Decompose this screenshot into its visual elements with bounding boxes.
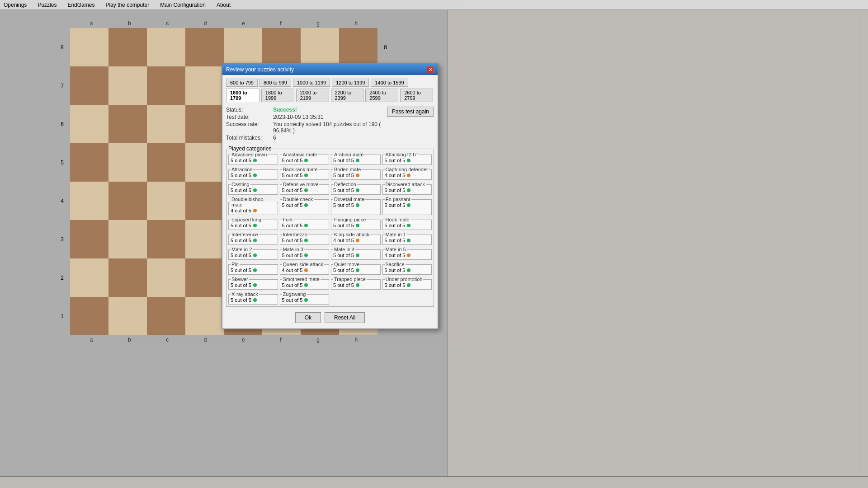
category-dovetail-mate: Dovetail mate5 out of 5: [331, 197, 381, 215]
pass-test-button[interactable]: Pass test again: [387, 107, 434, 117]
category-score-text: 5 out of 5: [282, 282, 303, 288]
category-name: Exposed king: [231, 217, 262, 222]
tab-2000-2199[interactable]: 2000 to 2199: [296, 89, 329, 102]
category-score-text: 5 out of 5: [385, 267, 406, 273]
category-score: 5 out of 5: [333, 267, 378, 273]
category-dot: [253, 174, 257, 177]
category-score-text: 5 out of 5: [231, 158, 251, 163]
category-back-rank-mate: Back-rank mate5 out of 5: [280, 167, 330, 180]
category-mate-in-1: Mate in 15 out of 5: [382, 232, 432, 245]
category-score-text: 5 out of 5: [333, 253, 354, 258]
category-dot: [356, 283, 359, 287]
category-score-text: 5 out of 5: [385, 202, 406, 208]
category-anastasia-mate: Anastasia mate5 out of 5: [280, 152, 330, 165]
mistakes-value: 6: [273, 135, 276, 141]
modal-overlay: Review your puzzles activity ✕ 600 to 79…: [0, 0, 868, 488]
category-score: 5 out of 5: [282, 202, 327, 208]
test-date-label: Test date:: [226, 114, 271, 120]
category-dot: [304, 283, 308, 287]
category-score: 4 out of 5: [333, 238, 378, 243]
category-score-text: 4 out of 5: [231, 208, 251, 213]
tab-600-799[interactable]: 600 to 799: [226, 79, 258, 87]
category-dot: [407, 239, 410, 242]
category-score: 5 out of 5: [385, 158, 430, 163]
tab-2600-2799[interactable]: 2600 to 2799: [400, 89, 433, 102]
category-dot: [407, 174, 410, 177]
category-score: 5 out of 5: [385, 238, 430, 243]
category-name: Under promotion: [385, 277, 424, 282]
category-score-text: 5 out of 5: [385, 158, 406, 163]
tab-1800-1999[interactable]: 1800 to 1999: [261, 89, 294, 102]
category-name: Queen-side attack: [282, 262, 324, 267]
category-score: 5 out of 5: [385, 267, 430, 273]
tab-2400-2599[interactable]: 2400 to 2599: [365, 89, 398, 102]
category-score: 5 out of 5: [231, 282, 276, 288]
tab-1400-1599[interactable]: 1400 to 1599: [371, 79, 408, 87]
category-dot: [253, 159, 257, 162]
category-defensive-move: Defensive move5 out of 5: [280, 182, 330, 195]
category-score-text: 5 out of 5: [231, 223, 251, 228]
category-score: 5 out of 5: [282, 282, 327, 288]
category-name: Attacking f2 f7: [385, 152, 418, 157]
category-name: Zugzwang: [282, 291, 307, 297]
mistakes-label: Total mistakes:: [226, 135, 271, 141]
category-score-text: 5 out of 5: [385, 188, 406, 193]
category-score-text: 5 out of 5: [333, 173, 354, 178]
tab-800-999[interactable]: 800 to 999: [259, 79, 291, 87]
category-score: 5 out of 5: [333, 158, 378, 163]
category-dot: [304, 159, 308, 162]
category-score-text: 5 out of 5: [333, 282, 354, 288]
category-name: Mate in 3: [282, 247, 304, 252]
category-skewer: Skewer5 out of 5: [228, 277, 278, 290]
category-score-text: 5 out of 5: [385, 223, 406, 228]
category-dot: [253, 188, 257, 192]
tab-1000-1199[interactable]: 1000 to 1199: [293, 79, 330, 87]
category-pin: Pin5 out of 5: [228, 262, 278, 275]
category-score: 5 out of 5: [282, 253, 327, 258]
reset-button[interactable]: Reset All: [325, 312, 365, 323]
category-mate-in-3: Mate in 35 out of 5: [280, 247, 330, 260]
category-smothered-mate: Smothered mate5 out of 5: [280, 277, 330, 290]
info-labels: Status: Success! Test date: 2023-10-09 1…: [226, 107, 383, 142]
category-score-text: 5 out of 5: [333, 267, 354, 273]
category-king-side-attack: King-side attack4 out of 5: [331, 232, 381, 245]
category-name: Deflection: [333, 182, 357, 187]
category-name: Quiet move: [333, 262, 360, 267]
category-discovered-attack: Discovered attack5 out of 5: [382, 182, 432, 195]
tab-2200-2399[interactable]: 2200 to 2399: [331, 89, 364, 102]
category-name: Trapped piece: [333, 277, 367, 282]
category-score: 5 out of 5: [333, 173, 378, 178]
category-dot: [304, 203, 308, 207]
category-score: 5 out of 5: [231, 188, 276, 193]
category-score-text: 5 out of 5: [231, 282, 251, 288]
category-dot: [356, 188, 359, 192]
category-name: Intermezzo: [282, 232, 308, 237]
ok-button[interactable]: Ok: [295, 312, 321, 323]
category-castling: Castling5 out of 5: [228, 182, 278, 195]
category-quiet-move: Quiet move5 out of 5: [331, 262, 381, 275]
category-name: En passant: [385, 197, 411, 202]
category-score-text: 5 out of 5: [282, 238, 303, 243]
category-score: 4 out of 5: [385, 173, 430, 178]
category-score: 5 out of 5: [333, 202, 378, 208]
category-score-text: 5 out of 5: [333, 223, 354, 228]
category-attraction: Attraction5 out of 5: [228, 167, 278, 180]
category-dot: [407, 188, 410, 192]
dialog-close-button[interactable]: ✕: [427, 66, 434, 73]
category-name: Discovered attack: [385, 182, 426, 187]
test-date-value: 2023-10-09 13:35:31: [273, 114, 323, 120]
category-mate-in-5: Mate in 54 out of 5: [382, 247, 432, 260]
category-score-text: 5 out of 5: [282, 253, 303, 258]
category-score: 4 out of 5: [385, 253, 430, 258]
category-score: 5 out of 5: [231, 158, 276, 163]
category-name: Attraction: [231, 167, 253, 172]
category-under-promotion: Under promotion5 out of 5: [382, 277, 432, 290]
tab-1600-1799[interactable]: 1600 to 1799: [226, 89, 259, 102]
category-hanging-piece: Hanging piece5 out of 5: [331, 217, 381, 230]
category-score-text: 5 out of 5: [231, 173, 251, 178]
tab-1200-1399[interactable]: 1200 to 1399: [332, 79, 369, 87]
category-score-text: 5 out of 5: [231, 238, 251, 243]
category-dot: [356, 159, 359, 162]
category-name: Sacrifice: [385, 262, 406, 267]
category-score-text: 5 out of 5: [282, 202, 303, 208]
